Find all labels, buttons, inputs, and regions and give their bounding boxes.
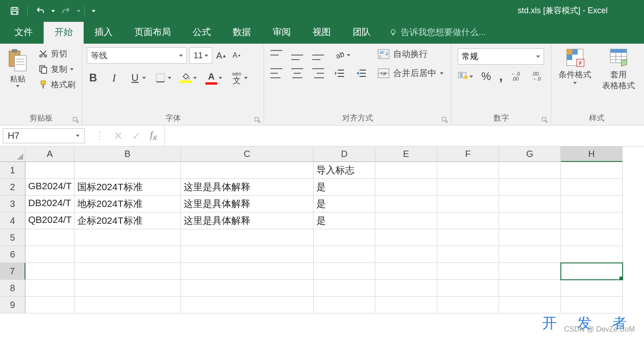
- tab-file[interactable]: 文件: [4, 21, 44, 44]
- row-header[interactable]: 6: [0, 246, 25, 263]
- cell[interactable]: [499, 263, 561, 280]
- row-header[interactable]: 9: [0, 297, 25, 313]
- cell[interactable]: [25, 263, 75, 280]
- cell[interactable]: [375, 280, 437, 297]
- undo-dropdown[interactable]: [51, 10, 55, 12]
- row-header[interactable]: 2: [0, 179, 25, 196]
- tab-insert[interactable]: 插入: [84, 21, 124, 44]
- cell[interactable]: [181, 229, 314, 246]
- cell[interactable]: [181, 162, 314, 179]
- cell[interactable]: [437, 246, 499, 263]
- merge-center-button[interactable]: a 合并后居中: [378, 67, 444, 79]
- cell[interactable]: DB2024/T: [25, 196, 75, 212]
- cell[interactable]: [375, 179, 437, 196]
- row-header[interactable]: 4: [0, 212, 25, 229]
- alignment-launcher[interactable]: [442, 117, 448, 123]
- cell[interactable]: [314, 297, 375, 313]
- cell[interactable]: [561, 263, 623, 280]
- select-all-corner[interactable]: [0, 146, 25, 162]
- row-header[interactable]: 5: [0, 229, 25, 246]
- accounting-dropdown[interactable]: [469, 76, 473, 78]
- cell[interactable]: [561, 280, 623, 297]
- phonetic-dropdown[interactable]: [244, 77, 248, 79]
- cell[interactable]: [375, 297, 437, 313]
- cell[interactable]: [561, 212, 623, 229]
- cell[interactable]: 是: [314, 179, 375, 196]
- cell[interactable]: GB2024/T: [25, 179, 75, 196]
- cell[interactable]: [181, 280, 314, 297]
- cell[interactable]: 企标2024T标准: [75, 212, 181, 229]
- column-header[interactable]: B: [75, 146, 181, 162]
- align-middle-button[interactable]: [291, 50, 303, 60]
- cell[interactable]: 国标2024T标准: [75, 179, 181, 196]
- cell[interactable]: [314, 229, 375, 246]
- cell[interactable]: [499, 212, 561, 229]
- cell[interactable]: [375, 263, 437, 280]
- bold-button[interactable]: B: [87, 71, 100, 85]
- cell[interactable]: [181, 263, 314, 280]
- align-top-button[interactable]: [270, 50, 282, 60]
- cell[interactable]: [561, 196, 623, 212]
- cell[interactable]: [75, 280, 181, 297]
- cell[interactable]: [314, 263, 375, 280]
- cell[interactable]: [375, 246, 437, 263]
- cancel-formula-button[interactable]: ✕: [114, 130, 123, 142]
- undo-button[interactable]: [31, 2, 50, 20]
- qat-customize[interactable]: [92, 10, 95, 12]
- grow-font-button[interactable]: A▲: [215, 49, 228, 62]
- italic-button[interactable]: I: [108, 71, 120, 85]
- cell[interactable]: [437, 162, 499, 179]
- cell[interactable]: [437, 179, 499, 196]
- column-header[interactable]: A: [25, 146, 75, 162]
- cell[interactable]: QB2024/T: [25, 212, 75, 229]
- cell[interactable]: [499, 229, 561, 246]
- border-dropdown[interactable]: [168, 77, 171, 79]
- cell[interactable]: [437, 263, 499, 280]
- fbar-expand-icon[interactable]: ⋮: [95, 130, 105, 142]
- column-header[interactable]: E: [375, 146, 437, 162]
- cell[interactable]: [75, 246, 181, 263]
- row-header[interactable]: 8: [0, 280, 25, 297]
- tell-me-search[interactable]: 告诉我您想要做什么...: [382, 26, 493, 44]
- align-left-button[interactable]: [270, 68, 282, 78]
- cell[interactable]: [499, 297, 561, 313]
- align-bottom-button[interactable]: [312, 50, 324, 60]
- format-painter-button[interactable]: 格式刷: [36, 78, 77, 91]
- tab-data[interactable]: 数据: [222, 21, 262, 44]
- cell[interactable]: [25, 246, 75, 263]
- comma-button[interactable]: ,: [499, 69, 503, 84]
- tab-formulas[interactable]: 公式: [182, 21, 222, 44]
- cell[interactable]: 这里是具体解释: [181, 212, 314, 229]
- cell[interactable]: 导入标志: [314, 162, 375, 179]
- column-header[interactable]: D: [314, 146, 375, 162]
- cell[interactable]: [499, 280, 561, 297]
- tab-home[interactable]: 开始: [44, 21, 84, 44]
- cell[interactable]: 是: [314, 212, 375, 229]
- font-launcher[interactable]: [255, 117, 261, 123]
- cell[interactable]: [25, 297, 75, 313]
- cell[interactable]: [561, 179, 623, 196]
- cell[interactable]: [499, 196, 561, 212]
- paste-button[interactable]: 粘贴: [3, 45, 33, 89]
- cell[interactable]: [561, 229, 623, 246]
- cell[interactable]: [75, 263, 181, 280]
- wrap-text-button[interactable]: abc 自动换行: [378, 48, 444, 60]
- cell[interactable]: [499, 246, 561, 263]
- row-header[interactable]: 7: [0, 263, 25, 280]
- cell[interactable]: [375, 229, 437, 246]
- cell[interactable]: [499, 179, 561, 196]
- column-header[interactable]: G: [499, 146, 561, 162]
- tab-team[interactable]: 团队: [342, 21, 382, 44]
- cell[interactable]: [75, 229, 181, 246]
- fill-color-dropdown[interactable]: [193, 77, 197, 79]
- tab-view[interactable]: 视图: [302, 21, 342, 44]
- cell[interactable]: 这里是具体解释: [181, 179, 314, 196]
- cell[interactable]: [437, 280, 499, 297]
- column-header[interactable]: H: [561, 146, 623, 162]
- cell[interactable]: [499, 162, 561, 179]
- number-format-select[interactable]: 常规: [458, 48, 544, 65]
- conditional-format-button[interactable]: ≠ 条件格式: [554, 45, 596, 86]
- cell[interactable]: 地标2024T标准: [75, 196, 181, 212]
- cell[interactable]: [375, 196, 437, 212]
- font-color-dropdown[interactable]: [219, 77, 222, 79]
